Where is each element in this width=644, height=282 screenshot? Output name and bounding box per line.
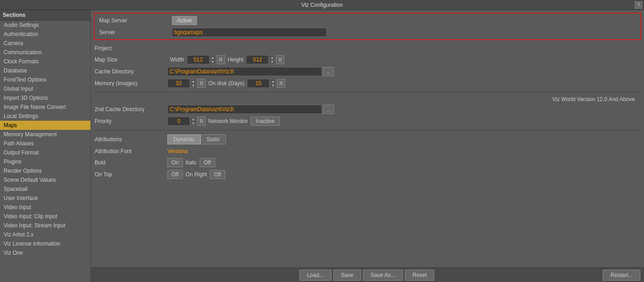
on-top-label: On Top xyxy=(95,171,167,178)
on-disk-reset-button[interactable]: R xyxy=(277,79,285,88)
on-disk-spinner[interactable]: ▲ ▼ xyxy=(270,79,276,88)
network-monitor-button[interactable]: Inactive xyxy=(251,117,279,126)
server-row: Server xyxy=(96,26,639,38)
highlighted-section: Map Server Active Server xyxy=(94,13,641,40)
cache-dir-browse-button[interactable]: ... xyxy=(323,67,334,76)
width-spinner-down[interactable]: ▼ xyxy=(210,60,216,64)
sidebar: Sections Audio Settings Authentication C… xyxy=(0,10,91,282)
on-top-button[interactable]: Off xyxy=(167,170,183,179)
network-monitor-label: Network Monitor xyxy=(208,118,248,124)
width-input[interactable] xyxy=(187,55,210,64)
sidebar-item-scene-default-values[interactable]: Scene Default Values xyxy=(0,175,91,185)
height-reset-button[interactable]: R xyxy=(276,55,284,64)
bold-row: Bold On Italic Off xyxy=(91,157,644,169)
restart-button[interactable]: Restart... xyxy=(603,270,640,281)
config-area: Map Server Active Server Project Map Siz… xyxy=(91,10,644,267)
sidebar-item-font-text-options[interactable]: Font/Text Options xyxy=(0,75,91,84)
cache-dir-label: Cache Directory xyxy=(95,68,167,75)
on-disk-spinner-down[interactable]: ▼ xyxy=(270,83,276,87)
memory-spinner-up[interactable]: ▲ xyxy=(191,79,196,83)
sidebar-item-communication[interactable]: Communication xyxy=(0,48,91,57)
on-disk-spinner-up[interactable]: ▲ xyxy=(270,79,276,83)
second-cache-browse-button[interactable]: ... xyxy=(323,105,334,114)
width-reset-button[interactable]: R xyxy=(217,55,225,64)
sidebar-item-user-interface[interactable]: User Interface xyxy=(0,194,91,203)
save-button[interactable]: Save xyxy=(333,270,361,281)
priority-label: Priority xyxy=(95,118,167,124)
reset-button[interactable]: Reset xyxy=(405,270,434,281)
memory-spinner[interactable]: ▲ ▼ xyxy=(190,79,196,88)
sidebar-item-spaceball[interactable]: Spaceball xyxy=(0,185,91,194)
cache-dir-input[interactable] xyxy=(167,67,322,76)
memory-spinner-down[interactable]: ▼ xyxy=(191,83,196,87)
attribution-font-label: Attribution Font xyxy=(95,148,167,154)
sidebar-item-video-input-stream[interactable]: Video Input: Stream Input xyxy=(0,221,91,230)
sidebar-item-clock-formats[interactable]: Clock Formats xyxy=(0,57,91,66)
sidebar-item-camera[interactable]: Camera xyxy=(0,39,91,48)
height-input[interactable] xyxy=(246,55,269,64)
width-label: Width xyxy=(170,56,184,63)
sidebar-item-viz-one[interactable]: Viz One xyxy=(0,248,91,257)
window-title: Viz Configuration xyxy=(301,2,342,8)
on-disk-label: On disk (Days) xyxy=(208,80,244,87)
sidebar-item-render-options[interactable]: Render Options xyxy=(0,166,91,175)
attribution-font-row: Attribution Font Verdana xyxy=(91,146,644,157)
on-right-button[interactable]: Off xyxy=(210,170,225,179)
priority-row: Priority ▲ ▼ R Network Monitor Inactive xyxy=(91,115,644,127)
sidebar-item-database[interactable]: Database xyxy=(0,66,91,75)
divider-2 xyxy=(95,130,640,130)
sidebar-item-image-file-name-convert[interactable]: Image File Name Convert xyxy=(0,103,91,112)
sidebar-item-video-input[interactable]: Video Input xyxy=(0,203,91,212)
dynamic-button[interactable]: Dynamic xyxy=(167,134,201,144)
memory-input[interactable] xyxy=(167,79,190,88)
save-as-button[interactable]: Save As... xyxy=(363,270,403,281)
sidebar-item-plugins[interactable]: Plugins xyxy=(0,157,91,166)
load-button[interactable]: Load... xyxy=(299,270,332,281)
bold-on-button[interactable]: On xyxy=(167,158,183,167)
memory-reset-button[interactable]: R xyxy=(197,79,206,88)
second-cache-label: 2nd Cache Directory xyxy=(95,106,167,113)
priority-input[interactable] xyxy=(167,117,190,126)
priority-reset-button[interactable]: R xyxy=(197,117,206,126)
second-cache-input[interactable] xyxy=(167,105,322,114)
cache-dir-row: Cache Directory ... xyxy=(91,66,644,77)
on-disk-input[interactable] xyxy=(247,79,270,88)
sidebar-item-local-settings[interactable]: Local Settings xyxy=(0,112,91,121)
sidebar-item-global-input[interactable]: Global Input xyxy=(0,84,91,93)
width-spinner[interactable]: ▲ ▼ xyxy=(210,55,216,64)
sidebar-item-import-3d-options[interactable]: Import 3D Options xyxy=(0,93,91,103)
height-spinner-up[interactable]: ▲ xyxy=(269,56,275,60)
sidebar-item-viz-license[interactable]: Viz License Information xyxy=(0,239,91,248)
main-content: Sections Audio Settings Authentication C… xyxy=(0,10,644,282)
italic-off-button[interactable]: Off xyxy=(200,158,215,167)
width-spinner-up[interactable]: ▲ xyxy=(210,56,216,60)
sidebar-item-viz-artist[interactable]: Viz Artist 2.x xyxy=(0,230,91,239)
height-label: Height xyxy=(228,56,244,63)
priority-spinner-down[interactable]: ▼ xyxy=(191,121,196,125)
server-input[interactable] xyxy=(172,28,327,37)
sidebar-item-path-aliases[interactable]: Path Aliases xyxy=(0,139,91,148)
priority-spinner-up[interactable]: ▲ xyxy=(191,117,196,121)
sidebar-item-maps[interactable]: Maps xyxy=(0,121,91,130)
map-server-label: Map Server xyxy=(99,17,172,24)
priority-spinner[interactable]: ▲ ▼ xyxy=(190,117,196,126)
cache-dir-group: ... xyxy=(167,67,334,76)
attributions-label: Attributions xyxy=(95,136,167,143)
second-cache-group: ... xyxy=(167,105,334,114)
map-size-row: Map Size Width ▲ ▼ R Height ▲ ▼ R xyxy=(91,54,644,66)
height-spinner[interactable]: ▲ ▼ xyxy=(269,55,275,64)
sidebar-item-memory-management[interactable]: Memory Management xyxy=(0,130,91,139)
version-note: Viz World Version 12.0 And Above xyxy=(91,95,644,103)
static-button[interactable]: Static xyxy=(201,134,226,144)
sidebar-item-authentication[interactable]: Authentication xyxy=(0,30,91,39)
sidebar-item-output-format[interactable]: Output Format xyxy=(0,148,91,157)
sidebar-item-video-input-clip[interactable]: Video Input: Clip Input xyxy=(0,212,91,221)
help-button[interactable]: ? xyxy=(635,1,642,9)
right-panel: Map Server Active Server Project Map Siz… xyxy=(91,10,644,282)
height-spinner-down[interactable]: ▼ xyxy=(269,60,275,64)
ontop-row: On Top Off On Right Off xyxy=(91,169,644,180)
attributions-row: Attributions Dynamic Static xyxy=(91,133,644,146)
sidebar-item-audio-settings[interactable]: Audio Settings xyxy=(0,21,91,30)
map-server-active-button[interactable]: Active xyxy=(172,16,197,25)
server-label: Server xyxy=(99,29,172,36)
